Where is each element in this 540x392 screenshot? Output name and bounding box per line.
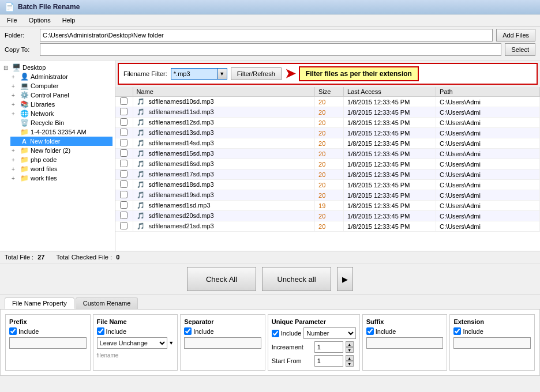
tree-item-phpcode[interactable]: + 📁 php code: [10, 155, 112, 164]
row-checkbox[interactable]: [120, 180, 127, 188]
row-checkbox-cell[interactable]: [115, 97, 133, 107]
tree-item-date[interactable]: 📁 1-4-2015 32354 AM: [10, 127, 112, 137]
spin-up-icon[interactable]: ▲: [346, 341, 354, 347]
unique-include-label[interactable]: Include: [272, 330, 301, 337]
expand-icon: +: [12, 157, 18, 163]
suffix-include-label[interactable]: Include: [366, 327, 444, 335]
startfrom-spinner[interactable]: ▲ ▼: [346, 355, 354, 367]
separator-include-label[interactable]: Include: [184, 327, 261, 335]
hint-arrow-icon: ➤: [285, 66, 295, 81]
filter-refresh-button[interactable]: Filter/Refresh: [231, 67, 282, 80]
extension-input[interactable]: [453, 337, 531, 349]
file-panel: Filename Filter: ▼ Filter/Refresh ➤ Filt…: [115, 61, 540, 251]
menu-help[interactable]: Help: [58, 16, 80, 25]
row-checkbox-cell[interactable]: [115, 221, 133, 232]
filename-text: sdfilenamesd20sd.mp3: [149, 212, 214, 219]
unique-type-select[interactable]: Number Date Random: [303, 327, 356, 339]
copy-to-input[interactable]: [40, 43, 501, 56]
startfrom-input[interactable]: [314, 355, 343, 367]
row-checkbox[interactable]: [120, 191, 127, 198]
spin-up2-icon[interactable]: ▲: [346, 355, 354, 361]
row-checkbox[interactable]: [120, 129, 127, 136]
tree-item-recyclebin[interactable]: 🗑️ Recycle Bin: [10, 118, 112, 127]
tab-file-name-property[interactable]: File Name Property: [5, 297, 74, 309]
filename-section: File Name Include Leave Unchange Upperca…: [93, 314, 178, 371]
row-checkbox[interactable]: [120, 222, 127, 229]
tree-item-workfiles[interactable]: + 📁 work files: [10, 174, 112, 183]
row-checkbox-cell[interactable]: [115, 149, 133, 159]
table-row: 🎵 sdfilenamesd17sd.mp3 20 1/8/2015 12:33…: [115, 169, 540, 180]
row-checkbox[interactable]: [120, 170, 127, 178]
separator-checkbox[interactable]: [184, 327, 192, 335]
row-checkbox-cell[interactable]: [115, 190, 133, 201]
more-button[interactable]: ▶: [337, 267, 353, 291]
select-button[interactable]: Select: [505, 43, 535, 56]
row-checkbox-cell[interactable]: [115, 128, 133, 138]
table-row: 🎵 sdfilenamesd15sd.mp3 20 1/8/2015 12:33…: [115, 149, 540, 159]
row-checkbox[interactable]: [120, 97, 127, 105]
expand-icon: +: [12, 83, 18, 89]
prefix-checkbox[interactable]: [9, 327, 17, 335]
row-checkbox-cell[interactable]: [115, 107, 133, 118]
unique-checkbox[interactable]: [272, 330, 279, 337]
prefix-input[interactable]: [9, 337, 87, 349]
extension-include-label[interactable]: Include: [453, 327, 531, 335]
filename-include-label[interactable]: Include: [97, 327, 174, 335]
row-size: 20: [315, 138, 344, 149]
total-checked-value: 0: [116, 254, 119, 261]
tree-item-computer[interactable]: + 💻 Computer: [10, 81, 112, 91]
suffix-input[interactable]: [366, 337, 444, 349]
row-checkbox[interactable]: [120, 118, 127, 126]
tree-item-controlpanel[interactable]: + ⚙️ Control Panel: [10, 91, 112, 100]
tree-item-administrator[interactable]: + 👤 Administrator: [10, 72, 112, 81]
copy-to-label: Copy To:: [5, 46, 36, 53]
row-checkbox-cell[interactable]: [115, 159, 133, 169]
libraries-icon: 📚: [20, 100, 29, 108]
row-checkbox-cell[interactable]: [115, 180, 133, 190]
prefix-include-label[interactable]: Include: [9, 327, 87, 335]
tree-item-newfolder[interactable]: A New folder: [10, 137, 112, 146]
row-checkbox[interactable]: [120, 201, 127, 209]
suffix-checkbox[interactable]: [366, 327, 374, 335]
row-checkbox-cell[interactable]: [115, 118, 133, 128]
row-name: 🎵 sdfilenamesd11sd.mp3: [133, 107, 315, 118]
spin-down-icon[interactable]: ▼: [346, 347, 354, 353]
tree-item-newfolder2[interactable]: + 📁 New folder (2): [10, 146, 112, 155]
increment-spinner[interactable]: ▲ ▼: [346, 341, 354, 353]
filename-type-select[interactable]: Leave Unchange Uppercase Lowercase: [97, 337, 168, 349]
spin-down2-icon[interactable]: ▼: [346, 361, 354, 367]
app-title: Batch File Rename: [18, 3, 80, 11]
row-checkbox[interactable]: [120, 149, 127, 157]
row-checkbox[interactable]: [120, 212, 127, 219]
row-checkbox-cell[interactable]: [115, 169, 133, 180]
tree-item-libraries[interactable]: + 📚 Libraries: [10, 100, 112, 109]
computer-icon: 💻: [20, 82, 29, 90]
separator-input[interactable]: [184, 337, 261, 349]
row-checkbox-cell[interactable]: [115, 211, 133, 221]
table-row: 🎵 sdfilenamesd20sd.mp3 20 1/8/2015 12:33…: [115, 211, 540, 221]
tree-item-desktop[interactable]: ⊟ 🖥️ Desktop: [2, 63, 112, 72]
row-checkbox-cell[interactable]: [115, 201, 133, 211]
filename-title: File Name: [97, 318, 127, 325]
tab-custom-rename[interactable]: Custom Rename: [76, 297, 138, 309]
row-checkbox[interactable]: [120, 160, 127, 167]
check-all-button[interactable]: Check All: [187, 267, 256, 291]
tree-item-network[interactable]: + 🌐 Network: [10, 109, 112, 118]
tree-item-wordfiles[interactable]: + 📁 word files: [10, 164, 112, 174]
uncheck-all-button[interactable]: Uncheck all: [262, 267, 331, 291]
row-checkbox[interactable]: [120, 108, 127, 115]
filter-dropdown-button[interactable]: ▼: [217, 68, 227, 80]
menu-options[interactable]: Options: [24, 16, 55, 25]
file-icon: 🎵: [137, 108, 145, 115]
menu-file[interactable]: File: [2, 16, 22, 25]
file-table: Name Size Last Access Path 🎵 sdfilenames…: [115, 87, 540, 251]
filename-checkbox[interactable]: [97, 327, 104, 335]
increment-input[interactable]: [314, 341, 343, 353]
row-checkbox-cell[interactable]: [115, 138, 133, 149]
row-checkbox[interactable]: [120, 139, 127, 146]
add-files-button[interactable]: Add Files: [496, 29, 535, 42]
file-icon: 🎵: [137, 171, 145, 178]
filter-input[interactable]: [171, 68, 217, 80]
extension-checkbox[interactable]: [453, 327, 461, 335]
folder-input[interactable]: [40, 29, 493, 42]
